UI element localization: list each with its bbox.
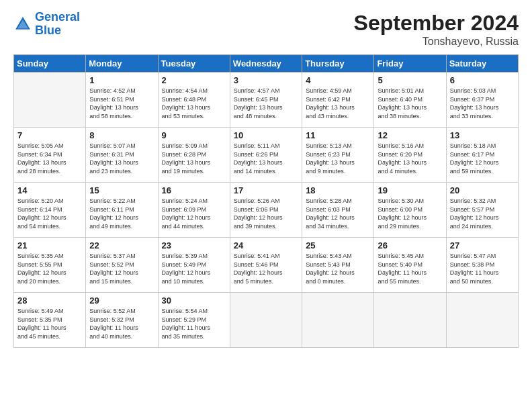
day-detail: Sunrise: 5:28 AM Sunset: 6:03 PM Dayligh…	[306, 197, 370, 230]
day-number: 26	[378, 240, 442, 250]
page: General Blue September 2024 Tonshayevo, …	[0, 0, 532, 411]
calendar-week-row: 21Sunrise: 5:35 AM Sunset: 5:55 PM Dayli…	[14, 238, 519, 293]
day-number: 18	[306, 185, 370, 195]
table-row: 15Sunrise: 5:22 AM Sunset: 6:11 PM Dayli…	[86, 183, 158, 238]
table-row: 23Sunrise: 5:39 AM Sunset: 5:49 PM Dayli…	[158, 238, 230, 293]
header-thursday: Thursday	[302, 55, 374, 73]
day-number: 27	[450, 240, 515, 250]
day-number: 23	[162, 240, 226, 250]
table-row: 19Sunrise: 5:30 AM Sunset: 6:00 PM Dayli…	[374, 183, 446, 238]
day-number: 30	[162, 295, 226, 306]
day-number: 12	[378, 130, 442, 140]
calendar-week-row: 1Sunrise: 4:52 AM Sunset: 6:51 PM Daylig…	[14, 73, 519, 128]
table-row: 30Sunrise: 5:54 AM Sunset: 5:29 PM Dayli…	[158, 293, 230, 348]
calendar-week-row: 7Sunrise: 5:05 AM Sunset: 6:34 PM Daylig…	[14, 128, 519, 183]
table-row: 5Sunrise: 5:01 AM Sunset: 6:40 PM Daylig…	[374, 73, 446, 128]
day-number: 2	[162, 75, 226, 85]
header-monday: Monday	[86, 55, 158, 73]
day-detail: Sunrise: 5:30 AM Sunset: 6:00 PM Dayligh…	[378, 197, 442, 230]
table-row: 12Sunrise: 5:16 AM Sunset: 6:20 PM Dayli…	[374, 128, 446, 183]
day-number: 17	[234, 185, 298, 195]
day-detail: Sunrise: 5:11 AM Sunset: 6:26 PM Dayligh…	[234, 142, 298, 175]
table-row: 24Sunrise: 5:41 AM Sunset: 5:46 PM Dayli…	[230, 238, 302, 293]
day-number: 9	[162, 130, 226, 140]
day-number: 5	[378, 75, 442, 85]
day-detail: Sunrise: 4:59 AM Sunset: 6:42 PM Dayligh…	[306, 87, 370, 120]
table-row: 4Sunrise: 4:59 AM Sunset: 6:42 PM Daylig…	[302, 73, 374, 128]
day-detail: Sunrise: 5:07 AM Sunset: 6:31 PM Dayligh…	[89, 142, 154, 175]
table-row: 20Sunrise: 5:32 AM Sunset: 5:57 PM Dayli…	[446, 183, 518, 238]
day-detail: Sunrise: 5:39 AM Sunset: 5:49 PM Dayligh…	[162, 252, 226, 285]
table-row: 29Sunrise: 5:52 AM Sunset: 5:32 PM Dayli…	[86, 293, 158, 348]
day-number: 15	[89, 185, 154, 195]
day-number: 10	[234, 130, 298, 140]
table-row: 16Sunrise: 5:24 AM Sunset: 6:09 PM Dayli…	[158, 183, 230, 238]
day-number: 8	[89, 130, 154, 140]
table-row: 7Sunrise: 5:05 AM Sunset: 6:34 PM Daylig…	[14, 128, 86, 183]
day-detail: Sunrise: 5:35 AM Sunset: 5:55 PM Dayligh…	[17, 252, 82, 285]
day-number: 7	[17, 130, 82, 140]
calendar-week-row: 28Sunrise: 5:49 AM Sunset: 5:35 PM Dayli…	[14, 293, 519, 348]
logo-line2: Blue	[35, 24, 61, 37]
table-row: 11Sunrise: 5:13 AM Sunset: 6:23 PM Dayli…	[302, 128, 374, 183]
table-row: 14Sunrise: 5:20 AM Sunset: 6:14 PM Dayli…	[14, 183, 86, 238]
table-row	[446, 293, 518, 348]
day-detail: Sunrise: 5:03 AM Sunset: 6:37 PM Dayligh…	[450, 87, 515, 120]
day-number: 28	[17, 295, 82, 306]
day-number: 19	[378, 185, 442, 195]
day-number: 4	[306, 75, 370, 85]
logo-icon	[13, 15, 32, 34]
day-detail: Sunrise: 5:54 AM Sunset: 5:29 PM Dayligh…	[162, 307, 226, 340]
header-wednesday: Wednesday	[230, 55, 302, 73]
day-detail: Sunrise: 5:43 AM Sunset: 5:43 PM Dayligh…	[306, 252, 370, 285]
table-row: 28Sunrise: 5:49 AM Sunset: 5:35 PM Dayli…	[14, 293, 86, 348]
table-row: 25Sunrise: 5:43 AM Sunset: 5:43 PM Dayli…	[302, 238, 374, 293]
day-detail: Sunrise: 5:05 AM Sunset: 6:34 PM Dayligh…	[17, 142, 82, 175]
day-number: 13	[450, 130, 515, 140]
day-detail: Sunrise: 5:13 AM Sunset: 6:23 PM Dayligh…	[306, 142, 370, 175]
table-row: 6Sunrise: 5:03 AM Sunset: 6:37 PM Daylig…	[446, 73, 518, 128]
day-detail: Sunrise: 4:54 AM Sunset: 6:48 PM Dayligh…	[162, 87, 226, 120]
day-detail: Sunrise: 5:26 AM Sunset: 6:06 PM Dayligh…	[234, 197, 298, 230]
table-row: 26Sunrise: 5:45 AM Sunset: 5:40 PM Dayli…	[374, 238, 446, 293]
day-detail: Sunrise: 5:49 AM Sunset: 5:35 PM Dayligh…	[17, 307, 82, 340]
day-detail: Sunrise: 5:45 AM Sunset: 5:40 PM Dayligh…	[378, 252, 442, 285]
day-detail: Sunrise: 4:57 AM Sunset: 6:45 PM Dayligh…	[234, 87, 298, 120]
table-row: 13Sunrise: 5:18 AM Sunset: 6:17 PM Dayli…	[446, 128, 518, 183]
table-row: 1Sunrise: 4:52 AM Sunset: 6:51 PM Daylig…	[86, 73, 158, 128]
table-row: 2Sunrise: 4:54 AM Sunset: 6:48 PM Daylig…	[158, 73, 230, 128]
logo-text: General Blue	[35, 11, 80, 38]
day-number: 20	[450, 185, 515, 195]
table-row	[374, 293, 446, 348]
day-detail: Sunrise: 5:16 AM Sunset: 6:20 PM Dayligh…	[378, 142, 442, 175]
day-detail: Sunrise: 4:52 AM Sunset: 6:51 PM Dayligh…	[89, 87, 154, 120]
header-saturday: Saturday	[446, 55, 518, 73]
day-detail: Sunrise: 5:52 AM Sunset: 5:32 PM Dayligh…	[89, 307, 154, 340]
header-sunday: Sunday	[14, 55, 86, 73]
day-number: 3	[234, 75, 298, 85]
header-tuesday: Tuesday	[158, 55, 230, 73]
table-row: 21Sunrise: 5:35 AM Sunset: 5:55 PM Dayli…	[14, 238, 86, 293]
subtitle: Tonshayevo, Russia	[354, 36, 519, 48]
day-number: 25	[306, 240, 370, 250]
table-row: 9Sunrise: 5:09 AM Sunset: 6:28 PM Daylig…	[158, 128, 230, 183]
day-detail: Sunrise: 5:47 AM Sunset: 5:38 PM Dayligh…	[450, 252, 515, 285]
day-detail: Sunrise: 5:20 AM Sunset: 6:14 PM Dayligh…	[17, 197, 82, 230]
day-detail: Sunrise: 5:32 AM Sunset: 5:57 PM Dayligh…	[450, 197, 515, 230]
title-block: September 2024 Tonshayevo, Russia	[354, 11, 519, 48]
table-row	[302, 293, 374, 348]
day-detail: Sunrise: 5:18 AM Sunset: 6:17 PM Dayligh…	[450, 142, 515, 175]
day-number: 14	[17, 185, 82, 195]
day-number: 6	[450, 75, 515, 85]
logo-line1: General	[35, 10, 80, 24]
calendar-header-row: Sunday Monday Tuesday Wednesday Thursday…	[14, 55, 519, 73]
day-detail: Sunrise: 5:22 AM Sunset: 6:11 PM Dayligh…	[89, 197, 154, 230]
table-row: 8Sunrise: 5:07 AM Sunset: 6:31 PM Daylig…	[86, 128, 158, 183]
day-number: 1	[89, 75, 154, 85]
logo: General Blue	[13, 11, 80, 38]
main-title: September 2024	[354, 11, 519, 36]
day-number: 21	[17, 240, 82, 250]
table-row: 18Sunrise: 5:28 AM Sunset: 6:03 PM Dayli…	[302, 183, 374, 238]
header-friday: Friday	[374, 55, 446, 73]
day-detail: Sunrise: 5:09 AM Sunset: 6:28 PM Dayligh…	[162, 142, 226, 175]
